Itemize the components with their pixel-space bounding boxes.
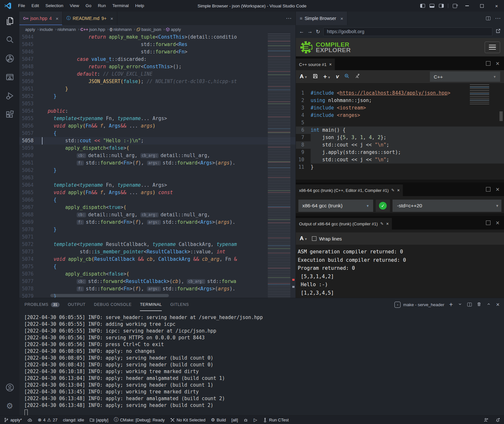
editor-tab[interactable]: C++ json.hpp 4 × bbox=[19, 12, 63, 25]
remote-indicator[interactable] bbox=[483, 418, 488, 422]
save-icon[interactable] bbox=[313, 73, 318, 80]
cpp-insights-icon[interactable] bbox=[344, 73, 350, 80]
ce-code-line[interactable]: 5 bbox=[296, 119, 504, 127]
code-line[interactable]: 5058 std::cout << "Hello :-)\n"; bbox=[19, 137, 296, 145]
code-line[interactable]: 5053 bbox=[19, 100, 296, 108]
editor-tab[interactable]: ⓘ README.md 9+ × bbox=[63, 12, 117, 25]
terminal-content[interactable]: [2022-04-30 06:05:55] INFO: serve_header… bbox=[19, 311, 504, 416]
code-line[interactable]: 5059 apply_dispatch<false>( bbox=[19, 145, 296, 152]
close-pane-icon[interactable]: × bbox=[496, 186, 499, 193]
vim-toggle-icon[interactable]: v bbox=[336, 73, 339, 80]
new-terminal-icon[interactable]: + bbox=[449, 301, 453, 308]
ce-code-line[interactable]: 10 std::cout << j << "\n"; bbox=[296, 156, 504, 164]
search-icon[interactable] bbox=[0, 30, 19, 49]
menu-item[interactable]: Selection bbox=[42, 2, 67, 10]
code-line[interactable]: 5046 std::forward<Fn> bbox=[19, 48, 296, 56]
breadcrumb-item[interactable]: › apply bbox=[162, 27, 181, 32]
toggle-sidebar-icon[interactable] bbox=[420, 4, 425, 8]
breadcrumb-item[interactable]: › basic_json bbox=[133, 27, 161, 32]
code-line[interactable]: 5078 f:std::forward<Fn>(f), args:std::fo… bbox=[19, 285, 296, 293]
close-pane-icon[interactable]: × bbox=[496, 220, 499, 226]
code-line[interactable]: 5075 { bbox=[19, 263, 296, 270]
terminal-selector[interactable]: › make - serve_header bbox=[394, 302, 444, 308]
code-line[interactable]: 5077 cb:std::forward<ResultCallback>(cb)… bbox=[19, 278, 296, 285]
code-line[interactable]: 5061 f:std::forward<Fn>(f), args:std::fo… bbox=[19, 159, 296, 167]
options-dropdown-icon[interactable]: ▼ bbox=[493, 200, 501, 212]
code-line[interactable]: 5056 void apply(Fn&& f, Args&& ... args) bbox=[19, 122, 296, 130]
code-line[interactable]: 5069 f:std::forward<Fn>(f), args:std::fo… bbox=[19, 219, 296, 226]
ce-code-line[interactable]: 11 } bbox=[296, 164, 504, 171]
ce-scrollbar[interactable] bbox=[499, 111, 503, 121]
ce-code-line[interactable]: 7 json j{5, 3, 1, 4, 2}; bbox=[296, 134, 504, 141]
close-pane-icon[interactable]: × bbox=[496, 60, 499, 67]
code-line[interactable]: 5047 case value_t::discarded: bbox=[19, 56, 296, 63]
minimize-button[interactable] bbox=[460, 0, 474, 12]
code-line[interactable]: 5062 } bbox=[19, 167, 296, 174]
cmake-status[interactable]: ⓘCMake: [Debug]: Ready bbox=[114, 417, 165, 423]
code-line[interactable]: 5051 } bbox=[19, 85, 296, 93]
menu-item[interactable]: Terminal bbox=[109, 2, 132, 10]
code-line[interactable]: 5065 void apply(Fn&& f, Args&& ... args)… bbox=[19, 189, 296, 196]
settings-gear-icon[interactable]: ⚙ bbox=[0, 397, 19, 415]
hamburger-menu-icon[interactable] bbox=[485, 42, 500, 53]
editor-more-actions-icon[interactable]: ⋯ bbox=[286, 12, 292, 25]
code-line[interactable]: 5063 bbox=[19, 174, 296, 182]
forward-icon[interactable]: → bbox=[307, 29, 313, 34]
minimap[interactable] bbox=[268, 33, 290, 298]
code-line[interactable]: 5070 } bbox=[19, 226, 296, 233]
wrap-lines-checkbox[interactable] bbox=[312, 236, 316, 241]
code-line[interactable]: 5054 public: bbox=[19, 108, 296, 115]
compiler-options-input[interactable]: -std=c++20 bbox=[393, 200, 493, 212]
cmake-folder[interactable]: [apply] bbox=[90, 418, 108, 422]
url-input[interactable]: https://godbolt.org bbox=[323, 27, 492, 36]
split-editor-icon[interactable] bbox=[486, 16, 490, 20]
compiler-pane-tab[interactable]: x86-64 gcc (trunk) (C++, Editor #1, Comp… bbox=[296, 184, 403, 196]
font-size-button[interactable]: A▼ bbox=[300, 73, 307, 80]
toggle-panel-icon[interactable] bbox=[430, 4, 434, 8]
split-terminal-icon[interactable] bbox=[467, 303, 472, 306]
breadcrumb-item[interactable]: › {} nlohmann bbox=[106, 27, 132, 32]
maximize-pane-icon[interactable] bbox=[486, 61, 490, 66]
code-editor[interactable]: 5044 return apply_make_tuple<ConstThis>(… bbox=[19, 33, 296, 298]
breadcrumb-item[interactable]: › C++ json.hpp bbox=[77, 27, 105, 32]
code-line[interactable]: 5074 void apply_cb(ResultCallback && cb,… bbox=[19, 256, 296, 263]
code-line[interactable]: 5067 apply_dispatch<true>( bbox=[19, 204, 296, 211]
code-line[interactable]: 5076 apply_dispatch<false>( bbox=[19, 270, 296, 278]
breadcrumb-item[interactable]: › include bbox=[36, 27, 53, 32]
font-size-button[interactable]: A▼ bbox=[300, 235, 307, 242]
maximize-button[interactable] bbox=[474, 0, 489, 12]
clangd-status[interactable]: clangd: idle bbox=[63, 418, 84, 422]
ce-code-line[interactable]: 8 std::cout << j << "\n"; bbox=[296, 141, 504, 149]
more-actions-icon[interactable]: ⋯ bbox=[495, 15, 501, 22]
close-icon[interactable]: × bbox=[329, 62, 332, 67]
ce-code-line[interactable]: 4 #include <ranges> bbox=[296, 112, 504, 119]
add-pane-button[interactable]: +▼ bbox=[323, 73, 331, 80]
code-line[interactable]: 5064 template<typename Fn, typename... A… bbox=[19, 182, 296, 189]
code-line[interactable]: 5050 JSON_ASSERT(false); // NOLINT(cert-… bbox=[19, 78, 296, 85]
git-branch-status[interactable]: apply* bbox=[4, 418, 22, 422]
rename-pane-icon[interactable]: ✎ bbox=[391, 188, 394, 193]
code-line[interactable]: 5068 cb:detail::null_arg, cb_arg:detail:… bbox=[19, 211, 296, 219]
reload-icon[interactable]: ↻ bbox=[316, 29, 320, 35]
panel-tab[interactable]: PROBLEMS 31 bbox=[24, 298, 60, 311]
code-line[interactable]: 5073 std::is_member_pointer<ResultCallba… bbox=[19, 248, 296, 256]
code-line[interactable]: 5066 { bbox=[19, 196, 296, 204]
breadcrumb-item[interactable]: › nlohmann bbox=[54, 27, 76, 32]
customize-layout-icon[interactable] bbox=[453, 4, 457, 8]
close-panel-icon[interactable]: × bbox=[496, 301, 499, 308]
back-icon[interactable]: ← bbox=[299, 29, 304, 34]
rename-pane-icon[interactable]: ✎ bbox=[380, 221, 383, 226]
horizontal-scrollbar[interactable] bbox=[50, 294, 169, 297]
panel-tab[interactable]: DEBUG CONSOLE bbox=[94, 298, 132, 311]
tab-close-icon[interactable]: × bbox=[340, 16, 343, 21]
panel-tab[interactable]: GITLENS bbox=[170, 298, 189, 311]
ctest[interactable]: Run CTest bbox=[263, 418, 289, 422]
menu-item[interactable]: Edit bbox=[28, 2, 42, 10]
output-pane-tab[interactable]: Output of x86-64 gcc (trunk) (Compiler #… bbox=[296, 218, 392, 230]
maximize-pane-icon[interactable] bbox=[486, 187, 490, 192]
simple-browser-tab[interactable]: ≡ Simple Browser × bbox=[296, 12, 347, 25]
code-line[interactable]: 5044 return apply_make_tuple<ConstThis>(… bbox=[19, 33, 296, 41]
source-control-icon[interactable] bbox=[0, 49, 19, 68]
cmake-target[interactable]: [all] bbox=[231, 418, 238, 422]
breadcrumb-item[interactable]: › apply bbox=[25, 27, 35, 32]
